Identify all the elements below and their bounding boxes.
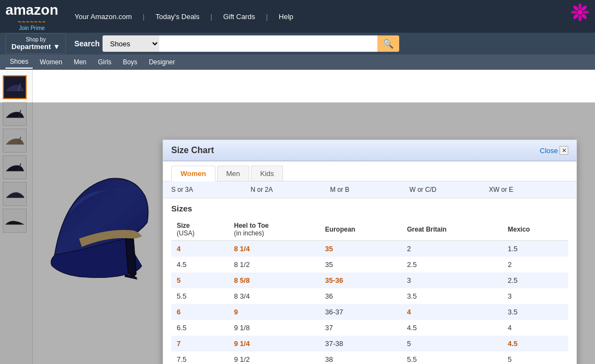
chevron-down-icon: ▼ xyxy=(53,43,60,51)
close-button[interactable]: Close ✕ xyxy=(540,146,568,155)
table-cell-mexico: 2 xyxy=(502,257,568,272)
table-cell-size: 7 xyxy=(171,336,229,351)
main-content: Size Chart Close ✕ Women Men Kids S or 3… xyxy=(0,70,595,364)
tab-men[interactable]: Men xyxy=(217,166,249,181)
svg-point-3 xyxy=(582,11,589,14)
modal-header: Size Chart Close ✕ xyxy=(163,140,576,161)
table-row: 48 1/43521.5 xyxy=(171,241,568,257)
table-cell-european: 36 xyxy=(320,288,401,304)
header-nav: Your Amazon.com | Today's Deals | Gift C… xyxy=(75,13,304,21)
size-table-body: 48 1/43521.54.58 1/2352.5258 5/835-3632.… xyxy=(171,241,568,365)
table-cell-gb: 5 xyxy=(401,336,502,351)
search-button[interactable]: 🔍 xyxy=(377,35,399,52)
table-cell-heel: 8 1/4 xyxy=(229,241,320,257)
table-cell-heel: 9 1/8 xyxy=(229,320,320,336)
subnav-men[interactable]: Men xyxy=(69,56,91,68)
nav-divider-3: | xyxy=(266,13,268,21)
search-bar-area: Shop by Department ▼ Search Shoes All Bo… xyxy=(0,33,595,54)
table-cell-european: 38 xyxy=(320,351,401,364)
thumbnail-1[interactable] xyxy=(3,75,27,99)
your-amazon-link[interactable]: Your Amazon.com xyxy=(75,13,132,21)
table-cell-gb: 2 xyxy=(401,241,502,257)
tab-kids[interactable]: Kids xyxy=(251,166,283,181)
table-cell-mexico: 4.5 xyxy=(502,336,568,351)
table-cell-gb: 5.5 xyxy=(401,351,502,364)
table-cell-size: 6 xyxy=(171,304,229,320)
nav-divider-1: | xyxy=(143,13,145,21)
modal-title: Size Chart xyxy=(171,145,214,155)
shop-by-department[interactable]: Shop by Department ▼ xyxy=(5,33,66,54)
table-cell-gb: 3.5 xyxy=(401,288,502,304)
modal-body[interactable]: S or 3A N or 2A M or B W or C/D XW or E … xyxy=(163,181,576,364)
svg-point-8 xyxy=(573,5,580,12)
svg-point-0 xyxy=(578,10,582,15)
table-cell-mexico: 3 xyxy=(502,288,568,304)
table-cell-heel: 9 xyxy=(229,304,320,320)
table-cell-european: 37-38 xyxy=(320,336,401,351)
table-row: 6.59 1/8374.54 xyxy=(171,320,568,336)
todays-deals-link[interactable]: Today's Deals xyxy=(155,13,200,21)
subnav-girls[interactable]: Girls xyxy=(94,56,116,68)
table-cell-european: 35 xyxy=(320,257,401,272)
table-cell-size: 5 xyxy=(171,272,229,288)
width-header-row: S or 3A N or 2A M or B W or C/D XW or E xyxy=(163,181,576,198)
table-row: 5.58 3/4363.53 xyxy=(171,288,568,304)
tab-women[interactable]: Women xyxy=(171,166,215,181)
table-cell-european: 37 xyxy=(320,320,401,336)
table-cell-european: 36-37 xyxy=(320,304,401,320)
subnav-designer[interactable]: Designer xyxy=(145,56,179,68)
search-label: Search xyxy=(74,39,100,48)
table-header-row: Size (USA) Heel to Toe (in inches) Europ… xyxy=(171,219,568,241)
department-dropdown[interactable]: Department ▼ xyxy=(11,43,60,51)
col-header-european: European xyxy=(320,219,401,241)
svg-point-6 xyxy=(573,13,580,20)
col-header-heel: Heel to Toe (in inches) xyxy=(229,219,320,241)
close-label: Close xyxy=(540,147,558,155)
width-wcd: W or C/D xyxy=(410,186,489,193)
svg-point-2 xyxy=(581,5,588,12)
subnav-women[interactable]: Women xyxy=(35,56,67,68)
table-cell-european: 35 xyxy=(320,241,401,257)
table-cell-mexico: 4 xyxy=(502,320,568,336)
table-cell-size: 4.5 xyxy=(171,257,229,272)
help-link[interactable]: Help xyxy=(279,13,293,21)
prime-flower-icon xyxy=(570,3,590,23)
size-chart-modal: Size Chart Close ✕ Women Men Kids S or 3… xyxy=(163,139,577,364)
modal-tabs: Women Men Kids xyxy=(163,161,576,181)
svg-point-7 xyxy=(571,11,578,14)
col-header-mexico: Mexico xyxy=(502,219,568,241)
table-row: 58 5/835-3632.5 xyxy=(171,272,568,288)
width-n2a: N or 2A xyxy=(251,186,330,193)
search-category-dropdown[interactable]: Shoes All Books Electronics xyxy=(103,35,159,52)
table-cell-mexico: 1.5 xyxy=(502,241,568,257)
svg-point-1 xyxy=(579,3,582,10)
gift-cards-link[interactable]: Gift Cards xyxy=(223,13,255,21)
amazon-arrow-underline: ~~~~~~~ xyxy=(17,19,46,25)
table-cell-mexico: 2.5 xyxy=(502,272,568,288)
subnav-boys[interactable]: Boys xyxy=(118,56,142,68)
table-row: 7.59 1/2385.55 xyxy=(171,351,568,364)
join-prime-label[interactable]: Join Prime xyxy=(19,25,45,31)
table-cell-european: 35-36 xyxy=(320,272,401,288)
subnav-shoes[interactable]: Shoes xyxy=(5,56,33,69)
header: amazon ~~~~~~~ Join Prime Your Amazon.co… xyxy=(0,0,595,33)
logo-area[interactable]: amazon ~~~~~~~ Join Prime xyxy=(5,2,58,31)
sizes-section: Sizes Size (USA) Heel to Toe (in inches) xyxy=(163,198,576,364)
amazon-logo: amazon xyxy=(5,2,58,19)
sizes-title: Sizes xyxy=(171,204,568,213)
table-cell-size: 6.5 xyxy=(171,320,229,336)
sub-navigation: Shoes Women Men Girls Boys Designer xyxy=(0,54,595,70)
table-cell-gb: 4 xyxy=(401,304,502,320)
search-input[interactable] xyxy=(159,35,377,52)
table-cell-heel: 8 1/2 xyxy=(229,257,320,272)
table-cell-heel: 8 5/8 xyxy=(229,272,320,288)
col-header-size: Size (USA) xyxy=(171,219,229,241)
table-cell-mexico: 3.5 xyxy=(502,304,568,320)
shop-by-label: Shop by xyxy=(26,37,46,43)
table-cell-heel: 9 1/4 xyxy=(229,336,320,351)
table-cell-size: 7.5 xyxy=(171,351,229,364)
table-cell-heel: 8 3/4 xyxy=(229,288,320,304)
close-x-icon[interactable]: ✕ xyxy=(560,146,568,155)
table-row: 6936-3743.5 xyxy=(171,304,568,320)
table-cell-gb: 2.5 xyxy=(401,257,502,272)
